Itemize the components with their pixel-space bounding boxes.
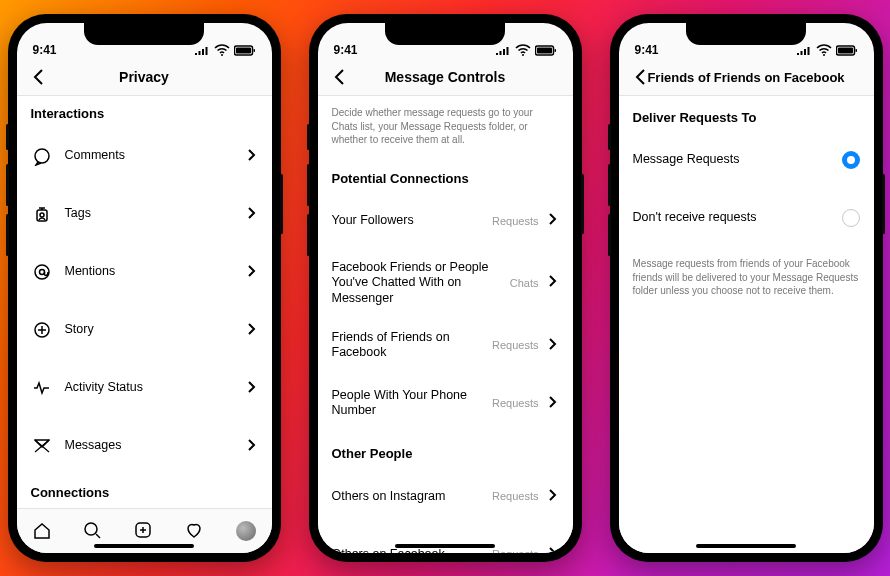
phone-friends-of-friends: 9:41 Friends of Friends on Facebook Deli… [610, 14, 883, 562]
signal-icon [495, 44, 511, 56]
intro-text: Decide whether message requests go to yo… [318, 96, 573, 157]
signal-icon [796, 44, 812, 56]
navbar: Privacy [17, 59, 272, 96]
chevron-right-icon [244, 321, 258, 337]
option-dont-receive[interactable]: Don't receive requests [619, 189, 874, 247]
search-icon [82, 520, 104, 542]
chevron-right-icon [244, 437, 258, 453]
chevron-right-icon [244, 379, 258, 395]
row-label: Friends of Friends on Facebook [332, 330, 493, 361]
row-tags[interactable]: Tags [17, 185, 272, 243]
row-others-instagram[interactable]: Others on Instagram Requests [318, 467, 573, 525]
option-message-requests[interactable]: Message Requests [619, 131, 874, 189]
chevron-left-icon [29, 66, 49, 88]
section-deliver-to: Deliver Requests To [619, 96, 874, 131]
row-story[interactable]: Story [17, 301, 272, 359]
row-facebook-friends[interactable]: Facebook Friends or People You've Chatte… [318, 250, 573, 317]
page-title: Message Controls [385, 69, 506, 85]
row-phone-number[interactable]: People With Your Phone Number Requests [318, 374, 573, 432]
status-time: 9:41 [334, 43, 358, 57]
row-label: Story [65, 322, 244, 338]
chevron-left-icon [330, 66, 350, 88]
chevron-right-icon [545, 545, 559, 553]
wifi-icon [515, 43, 531, 57]
back-button[interactable] [25, 59, 53, 95]
back-button[interactable] [326, 59, 354, 95]
row-value: Requests [492, 397, 538, 409]
chevron-right-icon [545, 211, 559, 227]
row-label: Tags [65, 206, 244, 222]
row-label: Your Followers [332, 213, 493, 229]
activity-icon [32, 378, 52, 398]
row-activity-status[interactable]: Activity Status [17, 359, 272, 417]
home-indicator[interactable] [94, 544, 194, 548]
row-your-followers[interactable]: Your Followers Requests [318, 192, 573, 250]
page-title: Friends of Friends on Facebook [647, 70, 844, 85]
wifi-icon [214, 43, 230, 57]
tag-icon [32, 204, 52, 224]
status-time: 9:41 [33, 43, 57, 57]
chevron-right-icon [244, 205, 258, 221]
notch [84, 23, 204, 45]
row-label: Others on Instagram [332, 489, 493, 505]
messages-icon [32, 436, 52, 456]
row-mentions[interactable]: Mentions [17, 243, 272, 301]
battery-icon [836, 44, 858, 57]
row-value: Requests [492, 339, 538, 351]
row-label: Messages [65, 438, 244, 454]
notch [686, 23, 806, 45]
row-label: People With Your Phone Number [332, 388, 493, 419]
row-others-facebook[interactable]: Others on Facebook Requests [318, 525, 573, 553]
home-indicator[interactable] [696, 544, 796, 548]
section-connections: Connections [17, 475, 272, 506]
wifi-icon [816, 43, 832, 57]
settings-list[interactable]: Deliver Requests To Message Requests Don… [619, 96, 874, 553]
navbar: Friends of Friends on Facebook [619, 59, 874, 96]
row-value: Chats [510, 277, 539, 289]
chevron-right-icon [244, 147, 258, 163]
row-friends-of-friends[interactable]: Friends of Friends on Facebook Requests [318, 316, 573, 374]
footnote: Message requests from friends of your Fa… [619, 247, 874, 308]
story-icon [32, 320, 52, 340]
chevron-left-icon [631, 66, 651, 88]
battery-icon [234, 44, 256, 57]
comment-icon [32, 146, 52, 166]
row-messages[interactable]: Messages [17, 417, 272, 475]
heart-icon [184, 520, 206, 542]
settings-list[interactable]: Decide whether message requests go to yo… [318, 96, 573, 553]
row-value: Requests [492, 548, 538, 553]
settings-list[interactable]: Interactions Comments Tags Mentions Stor… [17, 96, 272, 508]
tab-home[interactable] [17, 509, 68, 553]
row-label: Comments [65, 148, 244, 164]
phone-privacy: 9:41 Privacy Interactions Comments Tags [8, 14, 281, 562]
back-button[interactable] [627, 59, 655, 95]
chevron-right-icon [545, 273, 559, 289]
row-label: Facebook Friends or People You've Chatte… [332, 260, 510, 307]
phone-message-controls: 9:41 Message Controls Decide whether mes… [309, 14, 582, 562]
row-value: Requests [492, 490, 538, 502]
avatar-icon [236, 521, 256, 541]
add-icon [133, 520, 155, 542]
signal-icon [194, 44, 210, 56]
row-value: Requests [492, 215, 538, 227]
section-interactions: Interactions [17, 96, 272, 127]
mention-icon [32, 262, 52, 282]
section-potential-connections: Potential Connections [318, 157, 573, 192]
chevron-right-icon [244, 263, 258, 279]
row-label: Mentions [65, 264, 244, 280]
tab-profile[interactable] [221, 509, 272, 553]
section-other-people: Other People [318, 432, 573, 467]
row-comments[interactable]: Comments [17, 127, 272, 185]
status-time: 9:41 [635, 43, 659, 57]
navbar: Message Controls [318, 59, 573, 96]
row-label: Activity Status [65, 380, 244, 396]
radio-checked-icon [842, 151, 860, 169]
home-icon [31, 520, 53, 542]
home-indicator[interactable] [395, 544, 495, 548]
page-title: Privacy [119, 69, 169, 85]
chevron-right-icon [545, 394, 559, 410]
chevron-right-icon [545, 336, 559, 352]
option-label: Message Requests [633, 152, 842, 168]
battery-icon [535, 44, 557, 57]
option-label: Don't receive requests [633, 210, 842, 226]
